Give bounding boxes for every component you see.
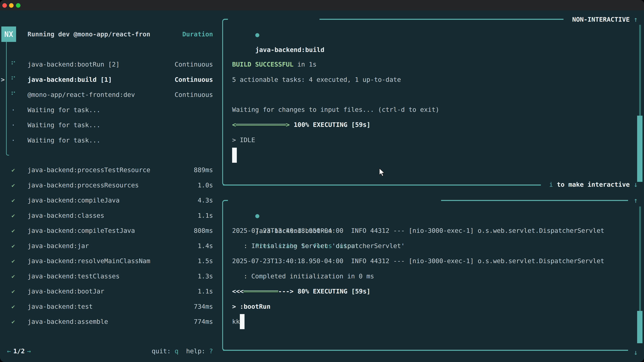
log-line: : Initializing Servlet 'dispatcherServle… — [232, 238, 405, 253]
build-progress-line: <═════════════>100% EXECUTING [59s] — [232, 117, 370, 132]
task-duration: 734ms — [194, 303, 213, 310]
waiting-for-changes-line: Waiting for changes to input files... (c… — [232, 102, 439, 117]
task-row[interactable]: ✔ java-backend:compileTestJava 808ms — [0, 223, 222, 238]
build-header-rule — [320, 19, 564, 20]
task-name: java-backend:resolveMainClassNam — [28, 257, 150, 265]
task-status-icon: ✔ — [8, 258, 19, 264]
task-name: java-backend:jar — [28, 242, 89, 250]
task-row[interactable]: ✔ java-backend:processTestResource 889ms — [0, 162, 222, 178]
task-duration: 1.3s — [198, 273, 213, 280]
task-row[interactable]: > ⠋ @mono-app/react-frontend:dev Continu… — [0, 87, 222, 102]
bootrun-panel-border — [222, 200, 228, 351]
task-status-icon: ✔ — [8, 167, 19, 173]
close-button[interactable] — [2, 3, 7, 8]
task-duration: 889ms — [194, 166, 213, 174]
task-row[interactable]: ✔ java-backend:bootJar 1.1s — [0, 284, 222, 299]
build-footer-rule — [223, 185, 541, 186]
completed-task-list: ✔ java-backend:processTestResource 889ms… — [0, 162, 222, 329]
task-status-icon: · — [8, 137, 19, 144]
sidebar-header: Running dev @mono-app/react-fron Duratio… — [0, 26, 222, 42]
bootrun-scrollbar-track[interactable] — [639, 206, 641, 311]
task-row[interactable]: > · Waiting for task... — [0, 102, 222, 118]
running-task-list: > ⠋ java-backend:bootRun [2] Continuous … — [0, 57, 222, 148]
build-scrollbar-thumb[interactable] — [637, 116, 642, 182]
task-name: java-backend:build [1] — [28, 76, 112, 83]
task-row[interactable]: > ⠋ java-backend:build [1] Continuous — [0, 72, 222, 87]
titlebar — [0, 0, 644, 10]
task-duration: Continuous — [174, 61, 213, 68]
build-scrollbar-track[interactable] — [639, 25, 641, 116]
log-line: 2025-07-23T13:40:18.950-04:00 INFO 44312… — [232, 253, 604, 269]
build-panel-header: ● java-backend:build — [232, 12, 324, 27]
task-status-icon: ⠋ — [8, 75, 19, 84]
bootrun-progress-line: <<<═════════--->80% EXECUTING [59s] — [232, 284, 370, 299]
progress-bar-close: > — [286, 121, 290, 128]
bootrun-scrollbar-thumb[interactable] — [637, 311, 642, 343]
task-row[interactable]: ✔ java-backend:classes 1.1s — [0, 208, 222, 223]
task-status-icon: · — [8, 106, 19, 114]
selected-task-chevron-icon: > — [1, 76, 5, 83]
task-row[interactable]: ✔ java-backend:compileJava 4.3s — [0, 193, 222, 208]
task-row[interactable]: ✔ java-backend:resolveMainClassNam 1.5s — [0, 253, 222, 269]
task-status-icon: ⠋ — [8, 90, 19, 99]
terminal-cursor — [240, 314, 244, 329]
task-running-dot-icon: ● — [255, 212, 259, 219]
task-row[interactable]: ✔ java-backend:processResources 1.0s — [0, 178, 222, 193]
task-duration: 774ms — [194, 318, 213, 325]
task-name: java-backend:compileTestJava — [28, 227, 135, 234]
task-status-icon: ✔ — [8, 227, 19, 234]
idle-line: > IDLE — [232, 132, 255, 147]
minimize-button[interactable] — [9, 3, 14, 8]
actionable-tasks-line: 5 actionable tasks: 4 executed, 1 up-to-… — [232, 72, 401, 87]
terminal-window: NX Running dev @mono-app/react-fron Dura… — [0, 0, 644, 362]
bootrun-prompt-line: > :bootRun — [232, 299, 270, 314]
interactive-hint-key: i — [549, 181, 553, 188]
build-panel-title: java-backend:build — [255, 46, 324, 53]
task-status-icon: · — [8, 121, 19, 129]
task-name: java-backend:testClasses — [28, 273, 120, 280]
progress-bar-dashes: ---> — [278, 288, 294, 295]
maximize-button[interactable] — [16, 3, 20, 8]
scroll-up-arrow-icon[interactable]: ↑ — [634, 193, 638, 208]
task-name: java-backend:bootJar — [28, 288, 104, 295]
task-name: java-backend:processResources — [28, 182, 139, 189]
sidebar-title: Running dev @mono-app/react-fron — [28, 26, 150, 42]
terminal-cursor — [232, 148, 237, 163]
task-row[interactable]: ✔ java-backend:assemble 774ms — [0, 314, 222, 329]
interactive-hint-text: to make interactive — [553, 181, 630, 188]
pagination: ←1/2→ — [7, 344, 31, 359]
bootrun-footer-rule — [223, 350, 628, 351]
mouse-pointer-icon — [379, 168, 386, 179]
task-status-icon: ✔ — [8, 197, 19, 204]
task-name: java-backend:compileJava — [28, 197, 120, 204]
task-row[interactable]: ✔ java-backend:test 734ms — [0, 299, 222, 314]
progress-bar: ═════════════ — [236, 121, 286, 128]
help-hint-label: help: — [186, 348, 205, 355]
scroll-down-arrow-icon[interactable]: ↓ — [634, 345, 638, 360]
task-row[interactable]: > · Waiting for task... — [0, 117, 222, 133]
task-running-dot-icon: ● — [255, 31, 259, 38]
task-row[interactable]: ✔ java-backend:jar 1.4s — [0, 238, 222, 254]
task-name: @mono-app/react-frontend:dev — [28, 91, 135, 98]
task-name: Waiting for task... — [28, 137, 100, 144]
build-success-line: BUILD SUCCESSFUL in 1s — [232, 57, 316, 72]
next-page-arrow-icon[interactable]: → — [27, 348, 31, 355]
task-row[interactable]: > · Waiting for task... — [0, 133, 222, 148]
task-status-icon: ✔ — [8, 318, 19, 325]
task-duration: Continuous — [174, 76, 213, 83]
task-name: java-backend:assemble — [28, 318, 108, 325]
task-status-icon: ✔ — [8, 303, 19, 310]
task-duration: 1.5s — [198, 257, 213, 265]
task-status-icon: ✔ — [8, 182, 19, 189]
prev-page-arrow-icon[interactable]: ← — [7, 348, 11, 355]
scroll-up-arrow-icon[interactable]: ↑ — [634, 12, 638, 27]
progress-status: 100% EXECUTING [59s] — [294, 121, 370, 128]
task-row[interactable]: ✔ java-backend:testClasses 1.3s — [0, 269, 222, 284]
scroll-down-arrow-icon[interactable]: ↓ — [634, 177, 638, 192]
progress-status: 80% EXECUTING [59s] — [298, 288, 370, 295]
task-name: java-backend:processTestResource — [28, 166, 150, 174]
task-row[interactable]: > ⠋ java-backend:bootRun [2] Continuous — [0, 57, 222, 72]
task-name: Waiting for task... — [28, 121, 100, 129]
task-status-icon: ✔ — [8, 243, 19, 249]
task-name: java-backend:classes — [28, 212, 104, 219]
